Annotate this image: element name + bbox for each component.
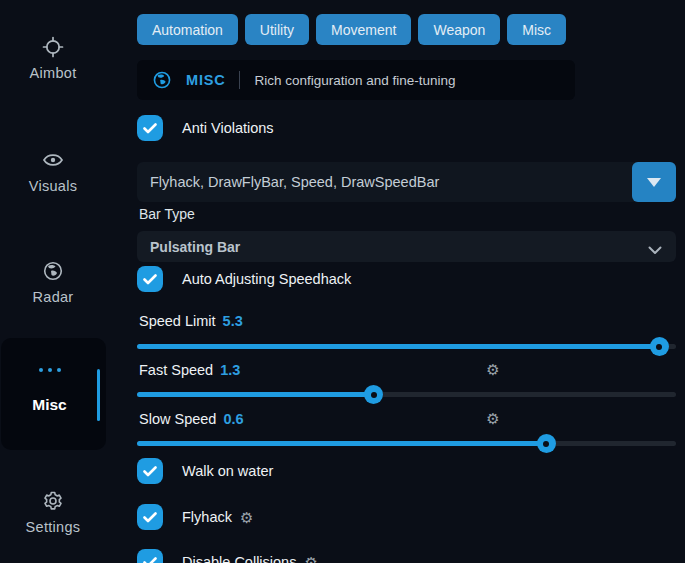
slider-fill bbox=[137, 392, 374, 397]
checkbox-label: Flyhack bbox=[182, 509, 232, 525]
bar-flags-value: Flyhack, DrawFlyBar, Speed, DrawSpeedBar bbox=[150, 174, 439, 190]
slow-speed-label: Slow Speed 0.6 bbox=[139, 411, 244, 427]
checkbox-label: Auto Adjusting Speedhack bbox=[182, 271, 351, 287]
fast-speed-slider[interactable] bbox=[137, 392, 676, 397]
sidebar-item-settings[interactable]: Settings bbox=[0, 490, 106, 536]
bar-type-select[interactable]: Pulsating Bar bbox=[137, 231, 676, 262]
speed-limit-value: 5.3 bbox=[223, 313, 243, 329]
globe-icon bbox=[152, 70, 172, 90]
fast-speed-value: 1.3 bbox=[220, 362, 240, 378]
gear-icon[interactable]: ⚙ bbox=[304, 555, 317, 563]
bar-type-value: Pulsating Bar bbox=[150, 239, 240, 255]
active-indicator bbox=[97, 369, 100, 421]
chevron-down-icon bbox=[648, 241, 662, 259]
checkbox-checked-icon[interactable] bbox=[137, 504, 163, 530]
sidebar-item-radar[interactable]: Radar bbox=[0, 260, 106, 306]
sidebar: Aimbot Visuals Radar Mi bbox=[0, 0, 120, 563]
section-title: MISC bbox=[186, 72, 225, 88]
tab-movement[interactable]: Movement bbox=[316, 14, 411, 45]
gear-icon[interactable]: ⚙ bbox=[483, 411, 503, 426]
slider-fill bbox=[137, 441, 547, 446]
sidebar-item-visuals[interactable]: Visuals bbox=[0, 149, 106, 195]
slider-thumb[interactable] bbox=[650, 337, 669, 356]
misc-panel: Automation Utility Movement Weapon Misc … bbox=[137, 0, 676, 563]
gear-icon bbox=[42, 490, 64, 512]
tab-weapon[interactable]: Weapon bbox=[418, 14, 500, 45]
cheat-menu-window: Aimbot Visuals Radar Mi bbox=[0, 0, 685, 563]
tab-utility[interactable]: Utility bbox=[245, 14, 309, 45]
fast-speed-label: Fast Speed 1.3 bbox=[139, 362, 240, 378]
sidebar-item-label: Misc bbox=[1, 396, 98, 414]
gear-icon[interactable]: ⚙ bbox=[483, 362, 503, 377]
checkbox-label: Disable Collisions bbox=[182, 554, 296, 563]
divider bbox=[239, 71, 240, 89]
checkbox-checked-icon[interactable] bbox=[137, 115, 163, 141]
checkbox-walk-on-water[interactable]: Walk on water bbox=[137, 458, 273, 484]
section-header: MISC Rich configuration and fine-tuning bbox=[137, 60, 575, 100]
bar-flags-field[interactable]: Flyhack, DrawFlyBar, Speed, DrawSpeedBar bbox=[137, 162, 676, 202]
checkbox-checked-icon[interactable] bbox=[137, 549, 163, 563]
checkbox-flyhack[interactable]: Flyhack ⚙ bbox=[137, 504, 253, 530]
checkbox-auto-adjusting-speedhack[interactable]: Auto Adjusting Speedhack bbox=[137, 266, 351, 292]
sidebar-item-aimbot[interactable]: Aimbot bbox=[0, 36, 106, 82]
gear-icon[interactable]: ⚙ bbox=[240, 510, 253, 525]
slider-fill bbox=[137, 344, 660, 349]
slow-speed-value: 0.6 bbox=[223, 411, 243, 427]
checkbox-disable-collisions[interactable]: Disable Collisions ⚙ bbox=[137, 549, 318, 563]
dots-icon bbox=[1, 368, 98, 372]
bar-flags-dropdown-button[interactable] bbox=[632, 162, 676, 202]
globe-icon bbox=[42, 260, 64, 282]
crosshair-icon bbox=[42, 36, 64, 58]
category-tabs: Automation Utility Movement Weapon Misc bbox=[137, 14, 566, 45]
checkbox-checked-icon[interactable] bbox=[137, 266, 163, 292]
sidebar-item-label: Radar bbox=[33, 289, 74, 305]
checkbox-label: Anti Violations bbox=[182, 120, 274, 136]
section-subtitle: Rich configuration and fine-tuning bbox=[254, 73, 455, 88]
checkbox-label: Walk on water bbox=[182, 463, 273, 479]
bar-type-label: Bar Type bbox=[139, 206, 195, 222]
slider-thumb[interactable] bbox=[364, 385, 383, 404]
sidebar-item-label: Aimbot bbox=[30, 65, 77, 81]
tab-automation[interactable]: Automation bbox=[137, 14, 238, 45]
slow-speed-slider[interactable] bbox=[137, 441, 676, 446]
tab-misc[interactable]: Misc bbox=[507, 14, 566, 45]
slider-thumb[interactable] bbox=[537, 434, 556, 453]
sidebar-item-label: Settings bbox=[26, 519, 81, 535]
speed-limit-slider[interactable] bbox=[137, 344, 676, 349]
eye-icon bbox=[42, 149, 64, 171]
sidebar-item-misc[interactable]: Misc bbox=[1, 338, 106, 450]
checkbox-anti-violations[interactable]: Anti Violations bbox=[137, 115, 274, 141]
triangle-down-icon bbox=[647, 178, 661, 187]
sidebar-item-label: Visuals bbox=[29, 178, 78, 194]
checkbox-checked-icon[interactable] bbox=[137, 458, 163, 484]
speed-limit-label: Speed Limit 5.3 bbox=[139, 313, 243, 329]
